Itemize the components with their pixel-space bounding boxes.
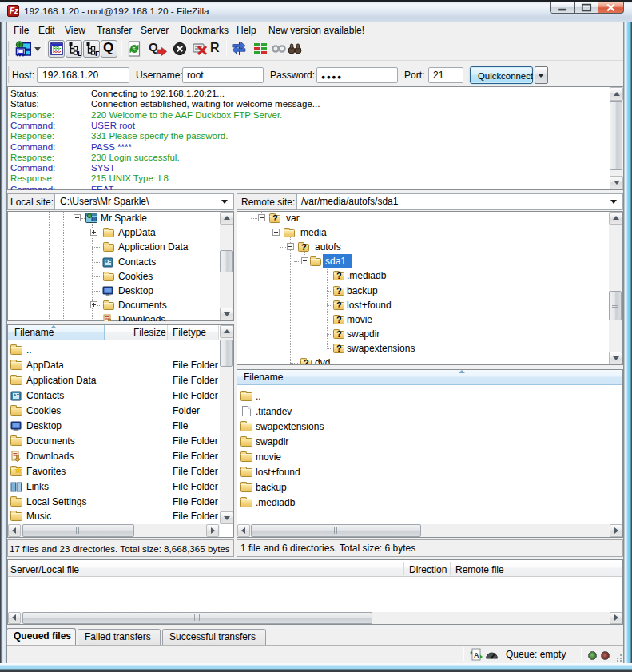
svg-text:A: A bbox=[474, 651, 479, 659]
svg-text:L: L bbox=[78, 49, 81, 57]
svg-text:F: F bbox=[95, 49, 99, 57]
